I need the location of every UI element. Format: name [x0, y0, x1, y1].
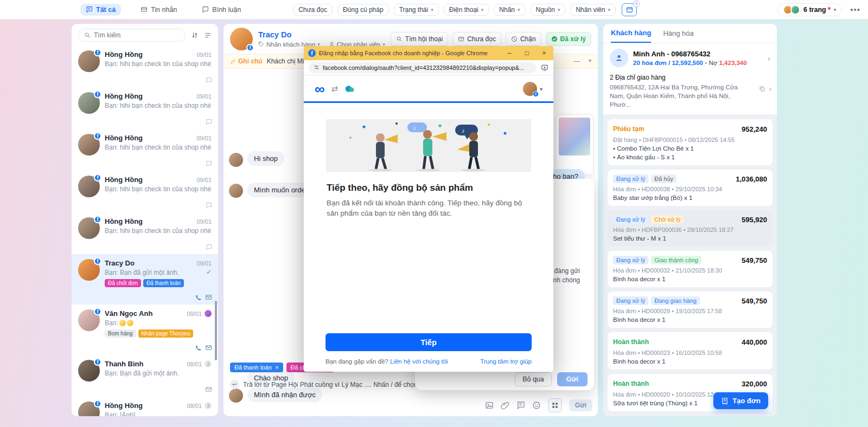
phone-icon[interactable]	[195, 345, 202, 351]
apps-grid-icon[interactable]	[548, 398, 562, 412]
create-order-button[interactable]: Tạo đơn	[713, 392, 768, 409]
note-attachment-preview[interactable]	[556, 114, 593, 175]
skip-button[interactable]: Bỏ qua	[515, 372, 552, 386]
chevron-right-icon[interactable]: ›	[769, 85, 771, 93]
conversation-date: 09/01	[196, 260, 212, 267]
find-conversation-button[interactable]: Tìm hội thoại	[391, 32, 448, 46]
tab-comments[interactable]: Bình luận	[196, 4, 246, 16]
send-button[interactable]: Gửi	[569, 399, 592, 411]
status-badge: Đang xử lý	[613, 215, 648, 224]
customer-avatar-icon	[610, 49, 628, 67]
filter-source[interactable]: Nguồn▾	[531, 4, 566, 16]
mark-unread-label: Chưa đọc	[467, 35, 496, 43]
url-field[interactable]: facebook.com/dialog/oauth?client_id=4312…	[309, 62, 537, 73]
list-item[interactable]: f Hồng Hồng09/01 Bạn: hihi bạn check tin…	[72, 171, 218, 212]
maximize-button[interactable]: □	[520, 49, 534, 57]
list-item[interactable]: f Hồng Hồng09/01 Bạn: hihi bạn check tin…	[72, 129, 218, 171]
contact-name[interactable]: Tracy Do	[258, 30, 385, 39]
chevron-right-icon[interactable]: ›	[768, 54, 770, 63]
order-card[interactable]: Phiếu tạm 952,240 Đặt hàng • DHFBP000015…	[608, 119, 773, 165]
tag-badge: Bom hàng	[105, 329, 136, 338]
minimize-button[interactable]: –	[502, 49, 516, 57]
list-item[interactable]: f Hồng Hồng08/01 Bạn: [Ảnh]	[72, 397, 218, 416]
assignee-icon	[205, 360, 212, 367]
open-in-window-icon[interactable]	[541, 64, 548, 72]
phone-icon[interactable]	[195, 294, 202, 301]
tag-paid[interactable]: Đã thanh toán×	[230, 363, 283, 372]
tab-all-label: Tất cả	[96, 6, 116, 14]
footer-question: Bạn đang gặp vấn đề?	[326, 358, 388, 365]
next-button[interactable]: Tiếp	[326, 333, 532, 351]
address-block[interactable]: 2 Địa chỉ giao hàng 0968765432, 12A Hai …	[603, 73, 777, 115]
list-item[interactable]: f Hồng Hồng09/01 Bạn: hihi bạn check tin…	[72, 212, 218, 254]
conversation-name: Thanh Bình	[105, 360, 183, 368]
avatar[interactable]: f	[523, 82, 537, 96]
tab-messages[interactable]: Tin nhắn	[135, 4, 182, 16]
filter-tag[interactable]: Nhãn▾	[494, 4, 525, 16]
search-input[interactable]	[94, 31, 180, 39]
tab-goods[interactable]: Hàng hóa	[663, 24, 693, 43]
order-card[interactable]: Đang xử lý Đang giao hàng 549,750 Hóa đơ…	[608, 292, 773, 328]
date-filter-button[interactable]: ×	[622, 3, 637, 16]
mail-icon[interactable]	[205, 386, 212, 393]
mail-icon[interactable]	[205, 294, 212, 301]
order-card[interactable]: Hoàn thành 440,000 Hóa đơn • HD000023 • …	[608, 332, 773, 370]
paperclip-icon[interactable]	[501, 401, 509, 410]
mark-done-label: Đã xử lý	[560, 35, 586, 43]
order-card[interactable]: Đang xử lý Đã hủy 1,036,080 Hóa đơn • HD…	[608, 170, 773, 206]
chevron-down-icon[interactable]: ▾	[589, 57, 591, 65]
list-item[interactable]: f Hồng Hồng09/01 Bạn: hihi bạn check tin…	[72, 87, 218, 129]
sms-icon[interactable]	[516, 401, 525, 410]
collapse-icon[interactable]: —	[573, 57, 580, 65]
search-box[interactable]	[78, 29, 186, 42]
order-card[interactable]: Đang xử lý Chờ xử lý 595,920 Hóa đơn • H…	[608, 210, 773, 247]
scrollbar[interactable]	[215, 301, 217, 360]
conversation-date: 09/01	[196, 51, 212, 58]
pages-selector[interactable]: 6 trang ▾	[777, 3, 841, 16]
popup-window-title: Đăng nhập bằng Facebook cho doanh nghiệp…	[319, 50, 499, 56]
filter-staff[interactable]: Nhân viên▾	[570, 4, 616, 16]
more-menu-icon[interactable]: •••	[850, 5, 860, 14]
debt-value: 1,423,340	[719, 60, 747, 66]
tab-customer[interactable]: Khách hàng	[611, 24, 651, 43]
conversation-date: 08/01	[187, 361, 202, 367]
help-center-link[interactable]: Trung tâm trợ giúp	[480, 358, 532, 365]
mail-icon[interactable]	[205, 344, 212, 351]
list-item-selected[interactable]: f Tracy Do09/01 Bạn: Bạn đã gửi một ảnh.…	[72, 254, 218, 305]
view-list-icon[interactable]	[204, 31, 212, 39]
modal-send-button[interactable]: Gửi	[557, 372, 588, 386]
filter-phone[interactable]: Điện thoại▾	[444, 4, 489, 16]
filter-unread[interactable]: Chưa đọc	[293, 4, 333, 16]
close-icon[interactable]: ×	[275, 364, 278, 371]
tab-all[interactable]: Tất cả	[80, 4, 121, 16]
order-card[interactable]: Đang xử lý Giao thành công 549,750 Hóa đ…	[608, 251, 773, 287]
avatar: f	[78, 259, 100, 281]
url-text: facebook.com/dialog/oauth?client_id=4312…	[323, 64, 524, 71]
image-icon[interactable]	[485, 401, 494, 410]
status-badge: Đã hủy	[651, 174, 676, 183]
sort-icon[interactable]	[191, 31, 199, 39]
order-amount: 440,000	[742, 338, 767, 346]
contact-us-link[interactable]: Liên hệ với chúng tôi	[390, 358, 448, 365]
mark-done-button[interactable]: Đã xử lý	[546, 32, 591, 46]
avatar: f	[78, 309, 100, 331]
clear-date-icon[interactable]: ×	[633, 1, 640, 7]
close-button[interactable]: ×	[537, 49, 551, 57]
filter-syntax[interactable]: Đúng cú pháp	[337, 4, 389, 16]
emoji-icon[interactable]	[532, 401, 541, 410]
order-info: Hóa đơn • HD000023 • 16/10/2025 10:58	[613, 350, 767, 356]
popup-title-bar[interactable]: f Đăng nhập bằng Facebook cho doanh nghi…	[304, 46, 553, 60]
search-chat-icon	[396, 36, 403, 42]
conversation-name: Hồng Hồng	[105, 92, 193, 100]
mark-unread-button[interactable]: Chưa đọc	[452, 32, 501, 46]
filter-status[interactable]: Trạng thái▾	[394, 4, 439, 16]
copy-icon[interactable]	[759, 86, 765, 92]
tag-badge: Đã chốt đơn	[105, 279, 141, 287]
list-item[interactable]: f Thanh Bình08/01 Bạn: Bạn đã gửi một ản…	[72, 355, 218, 397]
customer-summary[interactable]: Minh Anh - 0968765432 20 hóa đơn / 12,59…	[603, 43, 777, 73]
order-item: Baby star ướp trắng (Bó) x 1	[613, 195, 767, 201]
chevron-down-icon[interactable]: ▾	[540, 86, 542, 92]
block-button[interactable]: Chặn	[506, 32, 541, 46]
list-item[interactable]: f Văn Ngọc Anh09/01 Bạn: Bom hàng Nhãn p…	[72, 305, 218, 355]
list-item[interactable]: f Hồng Hồng09/01 Bạn: hihi bạn check tin…	[72, 46, 218, 87]
